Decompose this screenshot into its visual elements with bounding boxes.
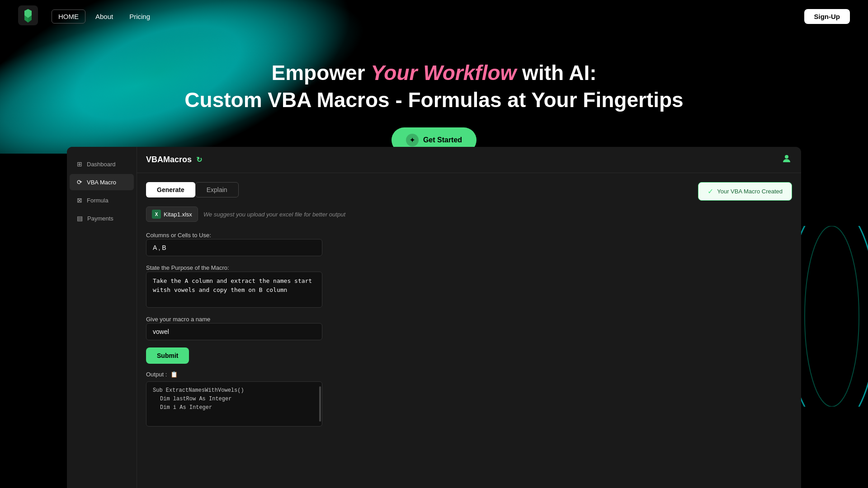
svg-point-0	[796, 226, 868, 407]
navbar: HOME About Pricing Sign-Up	[0, 0, 868, 33]
vba-macro-icon: ⟳	[77, 178, 82, 186]
main-content: VBAMacros ↻ ✓ Your VBA Macro Created Gen…	[137, 147, 801, 488]
output-label: Output : 📋	[146, 371, 792, 378]
scrollbar[interactable]	[319, 386, 321, 422]
code-line-3: Dim i As Integer	[153, 404, 311, 412]
nav-pricing[interactable]: Pricing	[123, 10, 156, 23]
tab-explain[interactable]: Explain	[195, 182, 239, 197]
hero-title-line2: Custom VBA Macros - Formulas at Your Fin…	[184, 88, 683, 112]
sidebar-item-payments[interactable]: ▤ Payments	[70, 210, 134, 226]
svg-point-3	[785, 155, 788, 159]
columns-label: Columns or Cells to Use:	[146, 232, 211, 239]
tab-generate[interactable]: Generate	[146, 182, 195, 197]
sidebar-item-formula[interactable]: ⊠ Formula	[70, 192, 134, 208]
file-upload-area: X Kitap1.xlsx We suggest you upload your…	[146, 206, 792, 222]
columns-field: Columns or Cells to Use:	[146, 231, 792, 256]
app-title: VBAMacros ↻	[146, 155, 202, 164]
nav-home[interactable]: HOME	[52, 9, 85, 23]
success-check-icon: ✓	[708, 187, 713, 196]
formula-icon: ⊠	[77, 197, 82, 204]
refresh-icon[interactable]: ↻	[196, 155, 202, 164]
content-area: ✓ Your VBA Macro Created Generate Explai…	[137, 173, 801, 488]
svg-point-1	[805, 226, 859, 407]
purpose-label: State the Purpose of the Macro:	[146, 264, 229, 271]
purpose-field: State the Purpose of the Macro: Take the…	[146, 263, 792, 308]
columns-input[interactable]	[146, 239, 322, 256]
sidebar-label-dashboard: Dashboard	[87, 161, 116, 168]
app-container: ⊞ Dashboard ⟳ VBA Macro ⊠ Formula ▤ Paym…	[67, 147, 801, 488]
top-bar: VBAMacros ↻	[137, 147, 801, 173]
output-label-text: Output :	[146, 371, 167, 378]
navbar-left: HOME About Pricing	[18, 5, 156, 27]
hero-title-part2: with AI:	[516, 61, 596, 84]
sidebar-item-dashboard[interactable]: ⊞ Dashboard	[70, 156, 134, 172]
sidebar-label-payments: Payments	[87, 215, 113, 222]
code-content: Sub ExtractNamesWithVowels() Dim lastRow…	[153, 386, 316, 413]
sidebar-label-vba-macro: VBA Macro	[87, 179, 116, 186]
upload-hint: We suggest you upload your excel file fo…	[203, 211, 345, 218]
dashboard-icon: ⊞	[77, 160, 82, 168]
get-started-icon: ✦	[406, 134, 419, 146]
tabs: Generate Explain	[146, 182, 792, 197]
copy-icon[interactable]: 📋	[170, 371, 178, 378]
success-notification: ✓ Your VBA Macro Created	[698, 182, 792, 201]
hero-title: Empower Your Workflow with AI: Custom VB…	[9, 60, 859, 114]
excel-icon: X	[152, 210, 161, 219]
get-started-label: Get Started	[423, 136, 462, 144]
hero-title-highlight: Your Workflow	[371, 61, 516, 84]
user-icon[interactable]	[781, 153, 792, 166]
teal-decoration-right	[796, 226, 868, 407]
logo[interactable]	[18, 5, 38, 27]
code-line-1: Sub ExtractNamesWithVowels()	[153, 386, 311, 395]
success-message: Your VBA Macro Created	[717, 188, 783, 195]
submit-button[interactable]: Submit	[146, 347, 189, 364]
nav-about[interactable]: About	[89, 10, 119, 23]
file-badge[interactable]: X Kitap1.xlsx	[146, 206, 198, 222]
output-section: Output : 📋 Sub ExtractNamesWithVowels() …	[146, 371, 792, 427]
nav-links: HOME About Pricing	[52, 9, 156, 23]
signup-button[interactable]: Sign-Up	[804, 9, 850, 24]
app-title-text: VBAMacros	[146, 155, 192, 164]
purpose-textarea[interactable]: Take the A column and extract the names …	[146, 272, 322, 308]
macro-name-label: Give your macro a name	[146, 316, 210, 323]
output-code: Sub ExtractNamesWithVowels() Dim lastRow…	[146, 381, 322, 427]
macro-name-field: Give your macro a name	[146, 315, 792, 340]
sidebar: ⊞ Dashboard ⟳ VBA Macro ⊠ Formula ▤ Paym…	[67, 147, 137, 488]
code-line-2: Dim lastRow As Integer	[153, 395, 311, 404]
sidebar-label-formula: Formula	[87, 197, 108, 204]
payments-icon: ▤	[77, 215, 83, 222]
file-name: Kitap1.xlsx	[164, 211, 192, 218]
hero-title-part1: Empower	[272, 61, 371, 84]
macro-name-input[interactable]	[146, 323, 322, 340]
sidebar-item-vba-macro[interactable]: ⟳ VBA Macro	[70, 174, 134, 190]
